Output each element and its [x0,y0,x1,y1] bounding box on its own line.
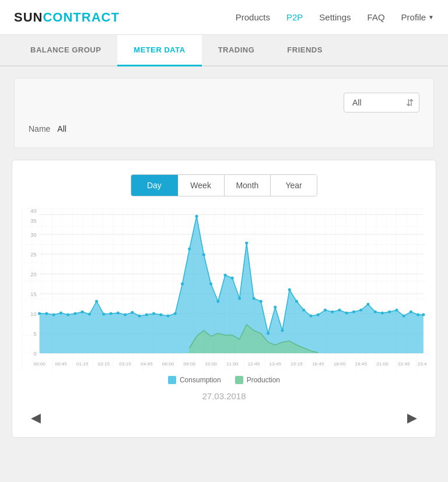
svg-point-42 [209,283,212,286]
svg-point-40 [195,215,198,218]
time-filter-year[interactable]: Year [271,175,317,196]
svg-point-69 [402,315,405,318]
content-box: All Solar Wind Hydro ⇵ Name All [14,78,434,148]
svg-text:23:45: 23:45 [418,361,426,367]
svg-point-41 [202,254,205,256]
svg-point-38 [181,283,184,286]
svg-point-54 [295,300,298,303]
svg-text:35: 35 [30,218,36,224]
time-filter-week[interactable]: Week [178,175,225,196]
chart-svg: 0 5 10 15 20 25 30 35 40 [22,208,426,371]
svg-text:0: 0 [33,351,36,357]
svg-point-48 [252,297,255,300]
svg-text:40: 40 [30,208,36,214]
svg-text:15: 15 [30,291,36,297]
nav-faq[interactable]: FAQ [368,12,385,22]
svg-text:25: 25 [30,252,36,258]
svg-text:19:45: 19:45 [355,361,368,367]
tab-meter-data[interactable]: METER DATA [117,35,201,66]
svg-point-45 [231,277,234,280]
svg-point-39 [188,248,191,251]
svg-point-47 [245,242,248,245]
svg-text:15:15: 15:15 [290,361,303,367]
logo: SUNCONTRACT [14,10,120,25]
svg-point-52 [281,329,284,332]
svg-text:16:45: 16:45 [312,361,324,367]
tab-trading[interactable]: TRADING [202,35,271,66]
svg-text:09:00: 09:00 [184,361,196,367]
svg-point-51 [274,306,276,309]
header: SUNCONTRACT Products P2P Settings FAQ Pr… [0,0,448,35]
chart-card: Day Week Month Year [12,160,436,438]
meter-filter-wrapper: All Solar Wind Hydro ⇵ [344,93,419,112]
svg-point-66 [381,312,384,315]
svg-point-50 [267,332,270,335]
time-filter-month[interactable]: Month [225,175,271,196]
nav-settings[interactable]: Settings [319,12,351,22]
svg-point-20 [52,314,55,316]
main-content: All Solar Wind Hydro ⇵ Name All Day Week… [0,66,448,482]
tab-balance-group[interactable]: BALANCE GROUP [14,35,117,66]
nav-products[interactable]: Products [236,12,270,22]
svg-point-53 [288,289,291,291]
svg-point-55 [302,309,305,312]
profile-label: Profile [401,12,426,22]
chevron-down-icon: ▼ [428,14,434,20]
svg-point-44 [223,274,226,277]
next-arrow-button[interactable]: ▶ [402,408,422,428]
legend-production: Production [235,376,280,384]
chart-area: 0 5 10 15 20 25 30 35 40 [22,208,426,371]
prev-arrow-button[interactable]: ◀ [26,408,46,428]
tab-friends[interactable]: FRIENDS [271,35,339,66]
svg-point-18 [38,312,41,315]
chart-nav-arrows: ◀ ▶ [22,408,426,428]
svg-text:04:45: 04:45 [141,361,153,367]
svg-point-21 [60,312,62,315]
svg-text:5: 5 [33,331,36,337]
svg-text:00:45: 00:45 [55,361,67,367]
name-label: Name [29,124,50,133]
time-filter: Day Week Month Year [131,174,317,196]
chart-date: 27.03.2018 [22,391,426,401]
svg-point-35 [159,314,162,316]
svg-point-26 [95,300,98,303]
svg-text:00:00: 00:00 [33,361,46,367]
svg-text:11:00: 11:00 [226,361,239,367]
svg-point-68 [395,309,398,312]
svg-text:20: 20 [30,272,36,277]
meter-filter-select[interactable]: All Solar Wind Hydro [344,93,419,112]
consumption-label: Consumption [180,376,221,384]
svg-point-56 [309,315,312,318]
svg-point-70 [410,311,412,314]
svg-text:10:00: 10:00 [205,361,217,367]
svg-text:02:15: 02:15 [98,361,110,367]
svg-point-36 [167,315,170,318]
nav-p2p[interactable]: P2P [286,12,303,22]
svg-text:18:00: 18:00 [334,361,346,367]
time-filter-day[interactable]: Day [131,175,178,196]
legend-consumption: Consumption [168,376,221,384]
svg-point-64 [366,303,369,306]
svg-point-49 [260,300,262,303]
logo-contract: CONTRACT [43,10,119,24]
svg-point-62 [352,311,355,314]
svg-point-29 [117,312,120,315]
main-nav: Products P2P Settings FAQ Profile ▼ [236,12,434,22]
consumption-color [168,376,176,384]
production-color [235,376,243,384]
svg-point-57 [317,314,320,316]
svg-text:12:45: 12:45 [248,361,260,367]
svg-point-60 [338,309,341,312]
svg-point-28 [110,312,113,315]
svg-text:01:15: 01:15 [76,361,89,367]
production-label: Production [247,376,280,384]
name-row: Name All [29,124,419,133]
svg-point-32 [138,315,141,318]
svg-point-63 [359,309,362,312]
svg-point-22 [66,314,69,316]
nav-profile[interactable]: Profile ▼ [401,12,434,22]
svg-point-19 [45,312,48,315]
svg-text:10: 10 [30,311,36,317]
svg-text:21:00: 21:00 [376,361,388,367]
name-value: All [57,124,66,133]
